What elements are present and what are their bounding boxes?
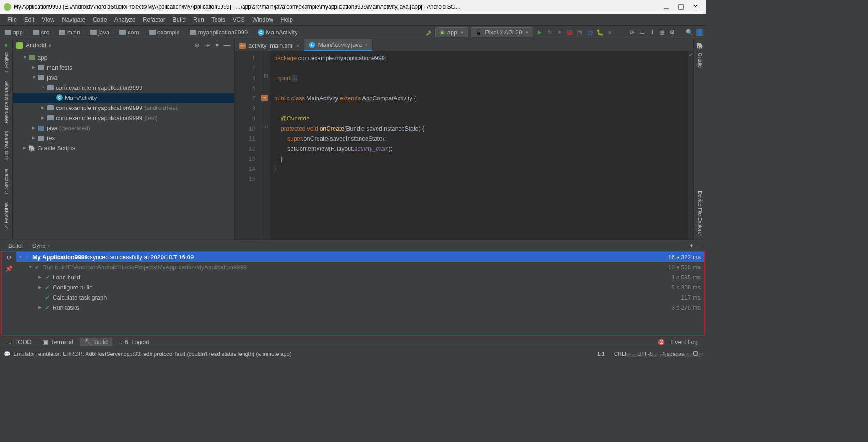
restart-icon[interactable]: ⟳: [5, 254, 13, 261]
crumb-class[interactable]: CMainActivity: [256, 28, 299, 37]
maximize-button[interactable]: [678, 4, 684, 10]
avd-manager-icon[interactable]: ▭: [638, 29, 646, 36]
tab-build[interactable]: 🔨Build: [80, 338, 112, 346]
build-row[interactable]: ▼✓Run build E:\Android\AndroidStudioProj…: [16, 262, 704, 272]
menu-tools[interactable]: Tools: [208, 15, 229, 24]
menu-help[interactable]: Help: [277, 15, 297, 24]
user-icon[interactable]: 👤: [696, 29, 703, 36]
menu-build[interactable]: Build: [169, 15, 189, 24]
status-icon[interactable]: 💬: [4, 351, 11, 357]
module-selector[interactable]: ▣app▼: [435, 27, 469, 37]
tree-row[interactable]: ▼com.example.myapplication9999: [13, 82, 234, 93]
svg-rect-1: [679, 5, 683, 9]
crumb-app[interactable]: app: [3, 28, 25, 37]
tab-project[interactable]: 1: Project: [2, 49, 11, 77]
tab-todo[interactable]: ≡TODO: [4, 338, 36, 346]
close-icon[interactable]: ×: [365, 42, 367, 48]
debug-list-icon[interactable]: ≡: [556, 29, 563, 36]
hammer-icon[interactable]: [425, 29, 432, 36]
resource-manager-icon[interactable]: ▦: [658, 29, 666, 36]
menu-vcs[interactable]: VCS: [229, 15, 248, 24]
related-xml-icon[interactable]: <>: [261, 95, 268, 101]
tree-row[interactable]: ▼java: [13, 72, 234, 82]
collapse-all-icon[interactable]: ⇥: [203, 42, 210, 49]
tab-resource-manager[interactable]: Resource Manager: [2, 77, 11, 127]
crumb-pkg[interactable]: myapplication9999: [188, 28, 249, 37]
menu-edit[interactable]: Edit: [21, 15, 38, 24]
tab-device-file-explorer[interactable]: Device File Explorer: [695, 187, 705, 240]
menubar: File Edit View Navigate Code Analyze Ref…: [0, 14, 706, 26]
menu-refactor[interactable]: Refactor: [139, 15, 169, 24]
tab-build-variants[interactable]: Build Variants: [2, 127, 11, 165]
minimize-button[interactable]: [663, 4, 669, 10]
sdk-manager-icon[interactable]: ⬇: [648, 29, 656, 36]
project-structure-icon[interactable]: ⚙: [669, 29, 676, 36]
crumb-main[interactable]: main: [57, 28, 82, 37]
menu-file[interactable]: File: [4, 15, 21, 24]
menu-analyze[interactable]: Analyze: [111, 15, 139, 24]
hide-icon[interactable]: —: [223, 42, 231, 49]
build-tab-sync[interactable]: Sync ×: [28, 241, 54, 250]
profiler-icon[interactable]: ◷: [586, 29, 593, 36]
caret-position[interactable]: 1:1: [593, 351, 609, 357]
project-tree[interactable]: ▼app▶manifests▼java▼com.example.myapplic…: [13, 51, 234, 240]
project-indicator-icon: ●: [4, 41, 8, 49]
crumb-src[interactable]: src: [31, 28, 51, 37]
status-message[interactable]: Emulator: emulator: ERROR: AdbHostServer…: [13, 351, 593, 357]
build-tree[interactable]: ▼✓My Application9999: synced successfull…: [16, 252, 704, 335]
close-icon[interactable]: ×: [297, 43, 299, 49]
coverage-icon[interactable]: ⬔: [576, 29, 583, 36]
crumb-java[interactable]: java: [88, 28, 111, 37]
build-row[interactable]: ▶✓Load build1 s 535 ms: [16, 272, 704, 282]
gear-icon[interactable]: ✦: [688, 242, 695, 249]
tab-terminal[interactable]: ▣Terminal: [38, 338, 78, 346]
tree-row[interactable]: ▶com.example.myapplication9999(androidTe…: [13, 103, 234, 113]
tab-favorites[interactable]: 2: Favorites: [2, 199, 11, 232]
tree-row[interactable]: ▶com.example.myapplication9999(test): [13, 113, 234, 123]
tree-row[interactable]: ▶java(generated): [13, 123, 234, 133]
tab-mainactivity[interactable]: CMainActivity.java×: [304, 39, 372, 51]
tab-gradle[interactable]: Gradle: [695, 49, 705, 71]
search-icon[interactable]: 🔍: [686, 29, 693, 36]
tree-row[interactable]: ▶res: [13, 133, 234, 143]
close-button[interactable]: [692, 4, 699, 10]
attach-debugger-icon[interactable]: 🐛: [596, 29, 604, 36]
tab-logcat[interactable]: ≡6: Logcat: [114, 338, 154, 346]
build-row[interactable]: ▼✓My Application9999: synced successfull…: [16, 252, 704, 262]
right-toolwindow-bar: 🐘 Gradle Device File Explorer: [693, 39, 706, 240]
apply-changes-icon[interactable]: ↻: [546, 29, 553, 36]
tree-row[interactable]: ▶manifests: [13, 62, 234, 72]
crumb-com[interactable]: com: [118, 28, 141, 37]
tree-row[interactable]: ▶🐘Gradle Scripts: [13, 143, 234, 153]
tab-eventlog[interactable]: Event Log: [666, 338, 702, 346]
build-row[interactable]: ▶✓Run tasks3 s 270 ms: [16, 302, 704, 312]
build-row[interactable]: ✓Calculate task graph117 ms: [16, 292, 704, 302]
pin-icon[interactable]: 📌: [5, 265, 13, 272]
menu-window[interactable]: Window: [248, 15, 277, 24]
line-number-gutter[interactable]: 1236789101112131415: [235, 51, 261, 240]
stop-icon[interactable]: ■: [606, 29, 614, 36]
project-view-label[interactable]: Android ▼: [26, 42, 190, 49]
sync-gradle-icon[interactable]: ⟳: [628, 29, 636, 36]
hide-panel-icon[interactable]: —: [695, 242, 702, 249]
debug-icon[interactable]: 🐞: [566, 29, 573, 36]
code-content[interactable]: package com.example.myapplication9999; i…: [270, 51, 688, 240]
menu-view[interactable]: View: [38, 15, 58, 24]
menu-navigate[interactable]: Navigate: [58, 15, 89, 24]
editor-body[interactable]: 1236789101112131415 ⊞ <> o↑ package com.…: [235, 51, 693, 240]
tab-activity-main[interactable]: <>activity_main.xml×: [235, 40, 304, 51]
locate-icon[interactable]: ⊕: [193, 42, 200, 49]
device-selector[interactable]: 📱Pixel 2 API 29▼: [471, 27, 533, 37]
tree-row[interactable]: CMainActivity: [13, 93, 234, 103]
error-stripe[interactable]: [688, 51, 693, 240]
tree-row[interactable]: ▼app: [13, 52, 234, 62]
build-row[interactable]: ▶✓Configure build5 s 306 ms: [16, 282, 704, 292]
tab-structure[interactable]: 7: Structure: [2, 165, 11, 199]
crumb-example[interactable]: example: [147, 28, 182, 37]
menu-run[interactable]: Run: [189, 15, 208, 24]
run-icon[interactable]: [536, 29, 543, 36]
override-icon[interactable]: o↑: [261, 124, 270, 134]
folder-icon: [33, 30, 39, 35]
menu-code[interactable]: Code: [89, 15, 111, 24]
settings-icon[interactable]: ✦: [213, 42, 221, 49]
